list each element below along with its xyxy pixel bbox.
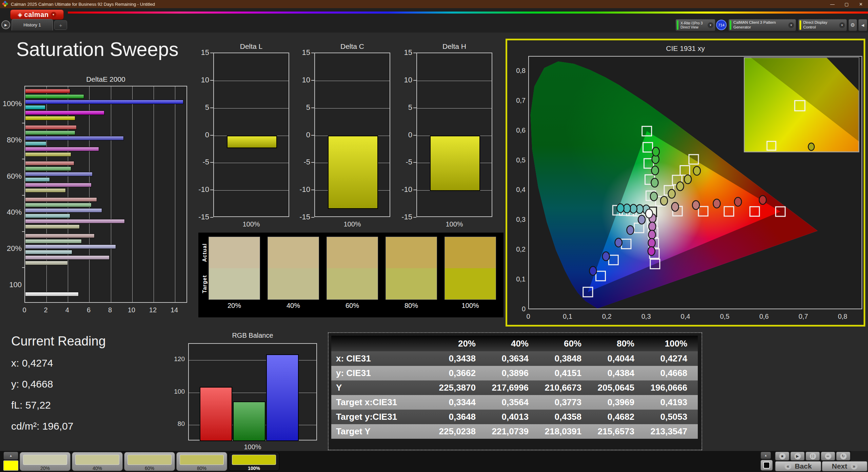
y-group-label: 100% [1, 99, 22, 108]
pattern-swatch-20%[interactable]: 20% [20, 452, 71, 471]
target-swatch [268, 268, 319, 299]
y-tick-label: 0 [295, 131, 310, 139]
pattern-swatch-40%[interactable]: 40% [72, 452, 123, 471]
restore-button[interactable]: ▢ [840, 2, 854, 7]
add-tab-button[interactable]: + [54, 20, 67, 30]
delta-e-bar [25, 188, 66, 193]
measured-marker [734, 197, 742, 206]
infinity-icon: ∞ [825, 453, 831, 459]
table-cell: 0,5053 [645, 410, 697, 424]
saturation-results-table[interactable]: 20%40%60%80%100%x: CIE310,34380,36340,38… [328, 332, 702, 450]
calman-menu-button[interactable]: ◈ calman ▼ [10, 9, 64, 20]
back-button[interactable]: « Back [775, 461, 821, 471]
table-header-row: 20%40%60%80%100% [331, 336, 698, 351]
measured-marker [624, 204, 631, 213]
x-tick-label: 0,4 [678, 313, 693, 320]
close-button[interactable]: ✕ [854, 2, 868, 7]
single-measure-button[interactable]: [·] [806, 452, 820, 460]
gridline [417, 81, 492, 81]
swatch-color [232, 455, 276, 465]
delta-e-bar [25, 244, 116, 249]
y-tick-label: 0,6 [511, 126, 526, 134]
chart-element [311, 190, 314, 190]
pattern-generator-dropdown[interactable]: CalMAN Client 3 Pattern Generator ▼ [728, 19, 796, 31]
refresh-button[interactable]: ↻ [836, 452, 850, 460]
stop-measure-button[interactable] [761, 460, 773, 471]
table-cell: 196,0666 [645, 380, 697, 395]
gear-icon: ⚙ [850, 22, 855, 28]
cie-1931-xy-panel[interactable]: CIE 1931 xy 000,10,10,20,20,30,30,40,40,… [506, 39, 865, 327]
chart-element [413, 80, 416, 81]
expand-measure-controls-button[interactable]: ▲ [761, 452, 771, 459]
actual-row-label: Actual [202, 237, 208, 268]
stop-button[interactable]: ■ [775, 452, 789, 460]
delta-e-bar [25, 141, 46, 146]
workflow-expander-button[interactable]: ▶ [1, 20, 10, 29]
x-tick-label: 0,8 [835, 313, 850, 320]
chevron-left-icon: ◀ [861, 23, 864, 27]
delta-e-bar [25, 111, 104, 115]
next-button[interactable]: Next » [822, 461, 867, 471]
gridline [214, 108, 289, 109]
y-tick-label: -5 [397, 158, 412, 166]
chevron-down-icon: ▼ [51, 12, 56, 17]
tab-history-1[interactable]: History 1 [12, 19, 53, 31]
minimize-button[interactable]: — [825, 2, 840, 7]
x-tick-label: 10 [125, 306, 138, 314]
table-row: Y225,3870217,6996210,6673205,0645196,066… [331, 380, 698, 395]
refresh-icon: ↻ [840, 453, 847, 459]
rainbow-accent-strip [68, 12, 868, 14]
expand-patterns-button[interactable]: ▲ [3, 452, 18, 460]
chart-element [311, 162, 314, 163]
measured-marker [648, 238, 655, 247]
chart-element [413, 162, 416, 163]
y-tick-label: 120 [171, 355, 185, 363]
table-cell: 225,0238 [433, 424, 486, 439]
pattern-swatch-100%[interactable]: 100% [229, 452, 279, 471]
measured-marker [668, 190, 675, 198]
delta-e-bar [25, 214, 70, 218]
settings-button[interactable]: ⚙ [848, 19, 857, 31]
actual-target-swatch-panel: ActualTarget20%40%60%80%100% [198, 233, 504, 317]
collapse-panel-button[interactable]: ◀ [858, 19, 867, 31]
swatch-column-label: 20% [209, 302, 260, 310]
delta-e-plot-area [24, 86, 187, 303]
measured-marker [589, 267, 596, 275]
swatch-column-label: 100% [445, 302, 496, 310]
swatch-column-100% [445, 237, 496, 300]
swatch-column-60% [327, 237, 378, 300]
measured-marker [672, 202, 679, 211]
delta-e-bar [25, 136, 124, 140]
delta-e-bar [25, 183, 92, 187]
measured-marker [660, 196, 668, 205]
x-category-label: 100% [188, 443, 317, 451]
measured-marker [617, 204, 624, 213]
display-control-dropdown[interactable]: Direct Display Control ▼ [798, 19, 847, 31]
gridline [175, 86, 175, 302]
meter-dropdown[interactable]: X-Rite i1Pro 3Direct View ▼ [675, 19, 715, 31]
swatch-label: 60% [124, 466, 175, 471]
chevrons-left-icon: « [785, 463, 791, 470]
delta-e-bar [25, 116, 75, 120]
y-tick [22, 231, 25, 232]
gridline [132, 86, 133, 302]
gridline [111, 86, 111, 302]
play-button[interactable]: ▶ [790, 452, 805, 460]
y-group-label: 60% [1, 172, 22, 181]
app-logo-icon [2, 1, 8, 7]
table-row: Target Y225,0238221,0739218,0391215,6573… [331, 424, 698, 439]
title-bar: Calman 2025 Calman Ultimate for Business… [0, 0, 868, 8]
chart-title: RGB Balance [188, 332, 317, 339]
page-title: Saturation Sweeps [16, 38, 178, 60]
delta-e-bar [25, 147, 99, 151]
stop-icon [763, 462, 770, 469]
pattern-swatch-80%[interactable]: 80% [176, 452, 227, 471]
y-tick [22, 267, 25, 268]
continuous-measure-button[interactable]: ∞ [821, 452, 835, 460]
white-point-marker [646, 209, 653, 218]
calman-diamond-icon: ◈ [18, 12, 22, 18]
swatch-column-40% [268, 237, 319, 300]
y-tick-label: -10 [194, 185, 209, 194]
pattern-swatch-60%[interactable]: 60% [124, 452, 175, 471]
table-cell: 0,4668 [645, 366, 697, 380]
